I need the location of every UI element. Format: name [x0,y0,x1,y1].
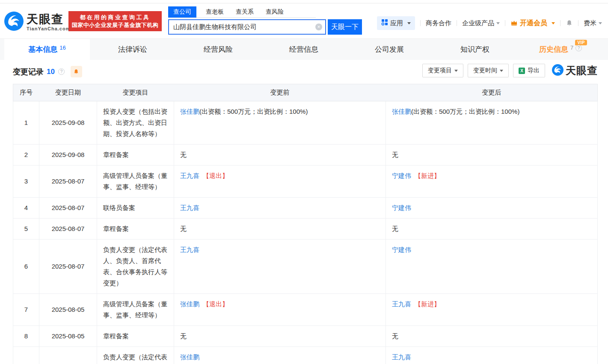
person-link[interactable]: 王九喜 [180,172,199,179]
subscribe-bell-button[interactable] [71,66,82,77]
apps-label: 应用 [390,19,403,27]
change-record-toolbar: 变更记录 10 ? 变更项目 变更时间 X 导出 [0,60,608,82]
row-number: 3 [13,166,39,198]
person-link[interactable]: 宁建伟 [392,204,411,211]
tab-company-development[interactable]: 公司发展 [347,39,432,60]
nav-enterprise-products[interactable]: 企业级产品 [462,19,500,27]
search-tab-company[interactable]: 查公司 [168,6,196,18]
change-item: 章程备案 [97,326,174,347]
slogan-line2: 国家中小企业发展子基金旗下机构 [68,21,162,29]
row-number: 9 [13,347,39,364]
person-link[interactable]: 张佳鹏 [180,108,199,115]
person-link[interactable]: 王九喜 [180,204,199,211]
top-strip [0,0,608,3]
change-date: 2025-08-05 [39,326,97,347]
table-row: 6 2025-08-07 负责人变更（法定代表人、负责人、首席代表、合伙事务执行… [13,240,598,294]
change-item: 联络员备案 [97,198,174,219]
site-logo[interactable]: 天眼查 TianYanCha.com [4,12,70,33]
change-item: 负责人变更（法定代表人、负责人、首席代表、合伙事务执行人等变更） [97,347,174,364]
search-button[interactable]: 天眼一下 [328,19,362,35]
change-tag: 【退出】 [203,300,228,308]
search-area: 查公司 查老板 查关系 查风险 ✕ 天眼一下 [168,6,362,35]
change-after: 王九喜 [386,347,598,364]
clear-icon[interactable]: ✕ [315,24,322,30]
section-title: 变更记录 [13,67,44,77]
chevron-down-icon [500,70,503,72]
vip-badge: VIP [575,40,587,45]
export-button[interactable]: X 导出 [513,64,545,77]
cell-text: 无 [392,225,398,232]
site-header: 天眼查 TianYanCha.com 都在用的商业查询工具 国家中小企业发展子基… [0,3,608,38]
help-icon[interactable]: ? [58,68,65,75]
open-vip-button[interactable]: 开通会员 [510,19,555,28]
change-date: 2025-08-05 [39,347,97,364]
watermark-text: 天眼查 [566,64,598,77]
notification-bell-icon[interactable] [566,20,573,27]
tab-label: 基本信息 [28,44,57,54]
change-after: 宁建伟【新进】 [386,166,598,198]
person-link[interactable]: 王九喜 [180,246,199,253]
person-link[interactable]: 张佳鹏 [180,300,199,308]
search-tab-relation[interactable]: 查关系 [235,6,255,18]
filter-label: 变更时间 [473,67,497,74]
chevron-down-icon [552,22,555,24]
tab-business-info[interactable]: 经营信息 [261,39,347,60]
row-number: 7 [13,294,39,326]
tianyancha-logo-icon [4,12,24,33]
tab-operational-risk[interactable]: 经营风险 [175,39,261,60]
enterprise-label: 企业级产品 [462,19,494,27]
table-row: 2 2025-09-08 章程备案 无 无 [13,145,598,166]
tab-label: 历史信息 [539,44,568,54]
change-date: 2025-08-07 [39,166,97,198]
row-number: 6 [13,240,39,294]
change-item: 投资人变更（包括出资额、出资方式、出资日期、投资人名称等） [97,101,174,145]
export-label: 导出 [528,67,540,74]
change-before: 张佳鹏 [174,347,386,364]
row-number: 5 [13,219,39,240]
change-tag: 【新进】 [415,172,440,179]
tianyancha-logo-icon [552,64,564,77]
user-menu[interactable]: 费米 [584,19,602,27]
tab-label: 经营风险 [204,44,233,54]
change-before: 无 [174,326,386,347]
apps-menu[interactable]: 应用 [377,16,415,30]
person-link[interactable]: 王九喜 [392,300,411,308]
tab-legal-litigation[interactable]: 法律诉讼 [90,39,175,60]
nav-divider [560,20,561,26]
person-link[interactable]: 张佳鹏 [392,108,411,115]
change-after: 无 [386,145,598,166]
col-header-after: 变更后 [386,84,598,101]
cell-text: 无 [180,225,187,232]
tab-basic-info[interactable]: 基本信息 16 [4,39,90,60]
person-link[interactable]: 宁建伟 [392,172,411,179]
person-link[interactable]: 张佳鹏 [180,353,199,361]
table-body: 1 2025-09-08 投资人变更（包括出资额、出资方式、出资日期、投资人名称… [13,101,598,364]
tab-count: 16 [59,44,65,51]
slogan-line1: 都在用的商业查询工具 [68,13,162,21]
search-input[interactable] [168,19,326,35]
tab-label: 法律诉讼 [118,44,147,54]
person-link[interactable]: 宁建伟 [392,246,411,253]
col-header-no: 序号 [13,84,39,101]
person-link[interactable]: 王九喜 [392,353,411,361]
brand-name: 天眼查 [27,13,70,26]
search-tabs: 查公司 查老板 查关系 查风险 [168,6,316,18]
tab-history-info[interactable]: VIP 历史信息 7 ? [518,39,603,60]
search-tab-boss[interactable]: 查老板 [205,6,225,18]
help-icon[interactable]: ? [575,45,582,51]
cell-text: (出资额：500万元；出资比例：100%) [199,108,308,115]
change-before: 王九喜【退出】 [174,166,386,198]
change-after: 宁建伟 [386,240,598,294]
tab-intellectual-property[interactable]: 知识产权 [432,39,518,60]
nav-divider [420,20,421,26]
username: 费米 [584,19,596,27]
change-before: 张佳鹏(出资额：500万元；出资比例：100%) [174,101,386,145]
filter-change-time-button[interactable]: 变更时间 [468,64,509,77]
vip-label: 开通会员 [520,19,547,28]
search-tab-risk[interactable]: 查风险 [265,6,285,18]
nav-business-cooperation[interactable]: 商务合作 [426,19,451,27]
change-date: 2025-09-08 [39,101,97,145]
row-number: 1 [13,101,39,145]
col-header-date: 变更日期 [39,84,97,101]
filter-change-item-button[interactable]: 变更项目 [422,64,463,77]
